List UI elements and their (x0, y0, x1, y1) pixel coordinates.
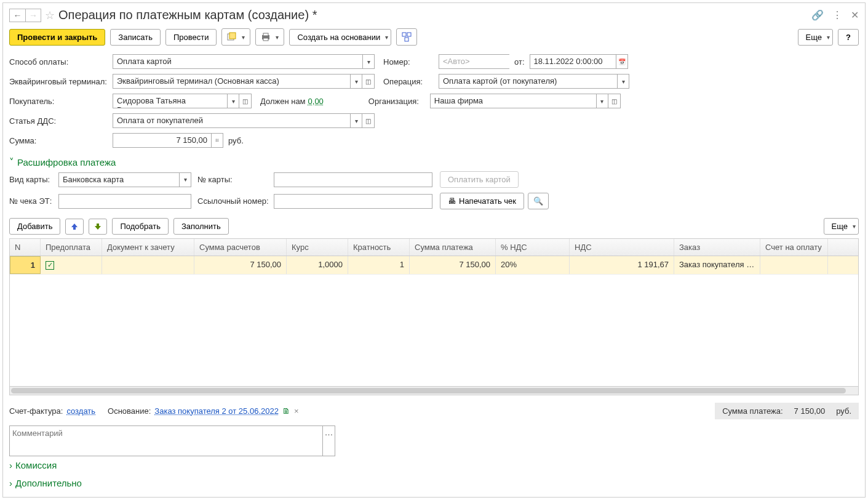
org-input[interactable]: Наша фирма (430, 94, 596, 108)
section-decrypt-label: Расшифровка платежа (17, 157, 116, 167)
chevron-right-icon: › (9, 460, 12, 470)
basis-doc-icon[interactable]: 🗎 (282, 406, 290, 416)
cell-doc (102, 256, 194, 274)
svg-rect-3 (263, 33, 268, 36)
card-number-input[interactable] (274, 172, 432, 187)
print-button[interactable]: ▾ (255, 28, 284, 46)
debt-label: Должен нам (260, 97, 306, 106)
date-input[interactable]: 18.11.2022 0:00:00 (530, 54, 616, 69)
dropdown-icon[interactable]: ▾ (227, 94, 239, 108)
table-more-button[interactable]: Еще▾ (824, 218, 859, 235)
favorite-star-icon[interactable]: ☆ (45, 9, 55, 22)
ref-number-label: Ссылочный номер: (197, 196, 274, 206)
help-button[interactable]: ? (838, 29, 859, 46)
nav-back-button[interactable]: ← (9, 9, 25, 22)
comment-expand-button[interactable]: … (322, 426, 335, 456)
dropdown-icon[interactable]: ▾ (362, 54, 375, 69)
th-vatpct[interactable]: % НДС (496, 239, 570, 256)
th-mult[interactable]: Кратность (348, 239, 410, 256)
th-doc[interactable]: Документ к зачету (102, 239, 194, 256)
th-sumcalc[interactable]: Сумма расчетов (194, 239, 287, 256)
toolbar-more-button[interactable]: Еще▾ (798, 29, 833, 46)
dropdown-icon[interactable]: ▾ (350, 74, 362, 89)
svg-rect-4 (263, 38, 268, 41)
horizontal-scrollbar[interactable] (10, 386, 858, 395)
print-check-label: Напечатать чек (459, 196, 516, 206)
move-down-button[interactable] (89, 219, 107, 235)
open-icon[interactable]: ◫ (362, 74, 375, 89)
basis-link[interactable]: Заказ покупателя 2 от 25.06.2022 (154, 406, 279, 416)
th-n[interactable]: N (10, 239, 41, 256)
operation-label: Операция: (383, 77, 439, 86)
attach-button[interactable]: ▾ (221, 28, 250, 46)
create-based-button[interactable]: Создать на основании▾ (289, 29, 391, 46)
svg-rect-1 (229, 33, 236, 39)
th-rate[interactable]: Курс (287, 239, 348, 256)
debt-value-link[interactable]: 0,00 (308, 97, 324, 106)
section-commission-toggle[interactable]: › Комиссия (9, 456, 859, 474)
close-icon[interactable]: ✕ (851, 9, 859, 21)
buyer-input[interactable]: Сидорова Татьяна Викторовн (113, 94, 227, 108)
number-input[interactable]: <Авто> (439, 54, 509, 69)
nav-forward-button[interactable]: → (25, 9, 41, 22)
section-commission-label: Комиссия (15, 460, 57, 470)
comment-textarea[interactable] (10, 426, 322, 456)
th-invoice[interactable]: Счет на оплату (760, 239, 828, 256)
structure-button[interactable] (396, 28, 417, 46)
total-label: Сумма платежа: (722, 406, 782, 416)
sf-create-link[interactable]: создать (66, 406, 95, 416)
dds-label: Статья ДДС: (9, 116, 113, 126)
section-decrypt-toggle[interactable]: ˅ Расшифровка платежа (9, 153, 859, 171)
preview-check-button[interactable]: 🔍 (528, 193, 549, 209)
open-icon[interactable]: ◫ (362, 113, 375, 128)
table-row[interactable]: 1 ✓ 7 150,00 1,0000 1 7 150,00 20% 1 191… (10, 256, 858, 275)
ref-number-input[interactable] (274, 194, 432, 209)
calculator-icon[interactable]: ⌗ (211, 133, 223, 148)
pay-card-button: Оплатить картой (440, 171, 519, 188)
th-order[interactable]: Заказ (674, 239, 760, 256)
org-label: Организация: (368, 97, 430, 106)
move-up-button[interactable] (65, 219, 84, 235)
section-additional-toggle[interactable]: › Дополнительно (9, 474, 859, 492)
print-check-button[interactable]: 🖶 Напечатать чек (440, 193, 524, 209)
th-prepay[interactable]: Предоплата (41, 239, 102, 256)
write-button[interactable]: Записать (110, 29, 161, 46)
cell-mult: 1 (348, 256, 410, 274)
buyer-label: Покупатель: (9, 97, 113, 106)
dropdown-icon[interactable]: ▾ (596, 94, 608, 108)
dds-input[interactable]: Оплата от покупателей (113, 113, 350, 128)
check-number-input[interactable] (58, 194, 191, 209)
basis-clear-icon[interactable]: × (294, 406, 299, 416)
terminal-input[interactable]: Эквайринговый терминал (Основная касса) (113, 74, 350, 89)
dropdown-icon[interactable]: ▾ (617, 74, 629, 89)
pick-button[interactable]: Подобрать (112, 218, 168, 235)
currency-label: руб. (228, 136, 244, 145)
add-row-button[interactable]: Добавить (9, 218, 60, 235)
printer-icon: 🖶 (448, 196, 456, 206)
more-menu-icon[interactable]: ⋮ (832, 9, 842, 21)
post-and-close-button[interactable]: Провести и закрыть (9, 29, 105, 46)
post-button[interactable]: Провести (165, 29, 217, 46)
card-type-input[interactable]: Банковска карта (58, 172, 179, 187)
sf-label: Счет-фактура: (9, 406, 63, 416)
checkbox-checked-icon[interactable]: ✓ (46, 261, 54, 270)
card-type-label: Вид карты: (9, 175, 58, 184)
total-value: 7 150,00 (794, 406, 826, 416)
cell-invoice (760, 256, 828, 274)
calendar-icon[interactable]: 📅 (616, 54, 628, 69)
th-vat[interactable]: НДС (570, 239, 674, 256)
payment-method-input[interactable]: Оплата картой (113, 54, 362, 69)
operation-input[interactable]: Оплата картой (от покупателя) (439, 74, 617, 89)
th-sumpay[interactable]: Сумма платежа (410, 239, 496, 256)
cell-vatpct: 20% (496, 256, 570, 274)
dropdown-icon[interactable]: ▾ (350, 113, 362, 128)
sum-label: Сумма: (9, 136, 113, 145)
sum-input[interactable]: 7 150,00 (113, 133, 211, 148)
link-icon[interactable]: 🔗 (811, 9, 824, 21)
cell-vat: 1 191,67 (570, 256, 674, 274)
fill-button[interactable]: Заполнить (173, 218, 229, 235)
dropdown-icon[interactable]: ▾ (179, 172, 191, 187)
open-icon[interactable]: ◫ (239, 94, 252, 108)
cell-prepay[interactable]: ✓ (41, 256, 102, 274)
open-icon[interactable]: ◫ (608, 94, 621, 108)
